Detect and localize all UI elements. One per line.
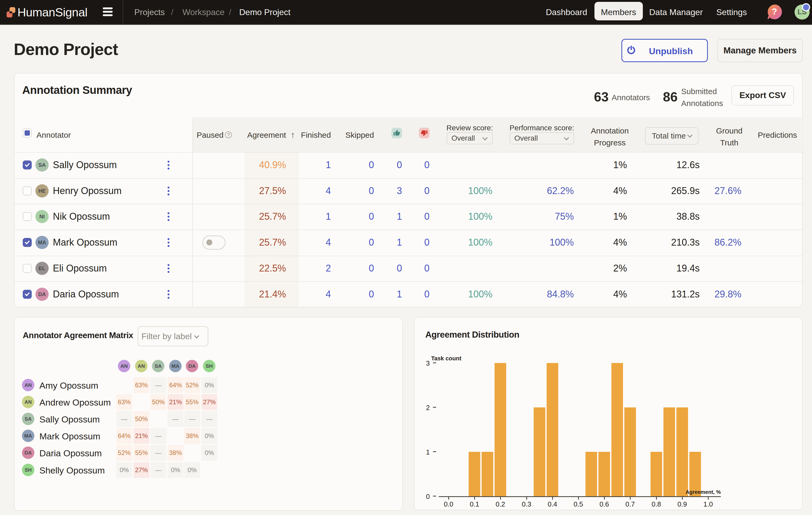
svg-text:?: ? — [772, 6, 777, 17]
